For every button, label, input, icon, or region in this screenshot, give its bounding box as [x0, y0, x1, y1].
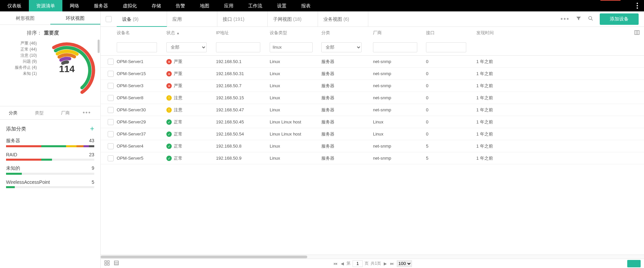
category-item[interactable]: WirelessAccessPoint5: [6, 179, 94, 188]
next-page-icon[interactable]: ▶: [383, 261, 387, 266]
status-icon: !: [166, 107, 172, 113]
nav-item-10[interactable]: 设置: [270, 0, 294, 11]
table-row[interactable]: OPM-Server37✓正常192.168.50.54Linux Linux …: [101, 128, 644, 140]
nav-item-2[interactable]: 网络: [62, 0, 87, 11]
search-icon[interactable]: [588, 15, 594, 22]
sort-value[interactable]: 重要度: [44, 30, 59, 36]
cell-type: Linux: [270, 156, 321, 161]
content-tab-4[interactable]: 业务视图 (6): [318, 11, 368, 27]
table-row[interactable]: OPM-Server8!注意192.168.50.15Linux服务器net-s…: [101, 92, 644, 104]
content-tab-3[interactable]: 子网视图 (18): [268, 11, 318, 27]
row-checkbox[interactable]: [105, 143, 117, 149]
filter-name-input[interactable]: [117, 42, 157, 52]
filter-interface-input[interactable]: [426, 42, 466, 52]
footer-action-button[interactable]: [627, 260, 641, 267]
cat-tab-0[interactable]: 分类: [0, 106, 26, 120]
nav-item-5[interactable]: 存储: [144, 0, 168, 11]
select-all-checkbox[interactable]: [101, 16, 117, 22]
row-checkbox[interactable]: [105, 119, 117, 125]
content-tab-1[interactable]: 应用: [167, 11, 217, 27]
nav-item-7[interactable]: 地图: [193, 0, 217, 11]
filter-icon[interactable]: [576, 15, 582, 22]
filter-type-input[interactable]: [270, 42, 313, 52]
cell-ip: 192.168.50.7: [216, 83, 270, 88]
tab-ring-view[interactable]: 环状视图: [50, 11, 101, 24]
grid-view-icon[interactable]: [104, 260, 110, 267]
table-row[interactable]: OPM-Server4✓正常192.168.50.8Linux服务器net-sn…: [101, 140, 644, 152]
content-tab-0[interactable]: 设备 (9): [117, 11, 167, 27]
category-count: 23: [89, 152, 94, 157]
col-device-type[interactable]: 设备类型: [270, 30, 321, 36]
first-page-icon[interactable]: ⏮: [333, 261, 338, 266]
nav-item-9[interactable]: 工作流: [241, 0, 270, 11]
status-donut-chart[interactable]: 114: [37, 39, 97, 99]
more-category-tabs-icon[interactable]: •••: [78, 109, 95, 116]
table-row[interactable]: OPM-Server30!注意192.168.50.47Linux服务器net-…: [101, 104, 644, 116]
cell-status: ✕严重: [166, 83, 216, 89]
add-category-button[interactable]: +: [90, 124, 94, 133]
col-category[interactable]: 分类: [321, 30, 373, 36]
status-icon: ✓: [166, 156, 172, 161]
table-row[interactable]: OPM-Server5✓正常192.168.50.9Linux服务器net-sn…: [101, 152, 644, 164]
table-row[interactable]: OPM-Server29✓正常192.168.50.45Linux Linux …: [101, 116, 644, 128]
filter-vendor-input[interactable]: [373, 42, 417, 52]
more-actions-icon[interactable]: •••: [560, 15, 570, 23]
category-item[interactable]: RAID23: [6, 152, 94, 161]
status-icon: ✓: [166, 144, 172, 149]
legend-item[interactable]: 严重 (46): [3, 40, 37, 46]
col-vendor[interactable]: 厂商: [373, 30, 426, 36]
table-row[interactable]: OPM-Server3✕严重192.168.50.7Linux服务器net-sn…: [101, 80, 644, 92]
row-checkbox[interactable]: [105, 59, 117, 65]
col-status[interactable]: 状态 ▲: [166, 30, 216, 36]
legend-item[interactable]: 未知 (1): [3, 70, 37, 76]
nav-item-3[interactable]: 服务器: [87, 0, 115, 11]
nav-item-6[interactable]: 告警: [168, 0, 193, 11]
col-device-name[interactable]: 设备名: [117, 30, 166, 36]
col-interfaces[interactable]: 接口: [426, 30, 476, 36]
row-checkbox[interactable]: [105, 83, 117, 89]
prev-page-icon[interactable]: ◀: [340, 261, 344, 266]
table-row[interactable]: OPM-Server15✕严重192.168.50.31Linux服务器net-…: [101, 68, 644, 80]
filter-category-select[interactable]: 全部: [321, 42, 362, 52]
horizontal-scrollbar[interactable]: [101, 255, 644, 259]
col-discovery-time[interactable]: 发现时间: [476, 30, 523, 36]
category-item[interactable]: 服务器43: [6, 138, 94, 147]
legend-item[interactable]: 注意 (10): [3, 52, 37, 58]
list-view-icon[interactable]: [113, 260, 119, 267]
nav-item-8[interactable]: 应用: [217, 0, 241, 11]
col-ip[interactable]: IP地址: [216, 30, 270, 36]
cell-interfaces: 0: [426, 83, 476, 88]
last-page-icon[interactable]: ⏭: [389, 261, 395, 266]
filter-ip-input[interactable]: [216, 42, 260, 52]
cat-tab-2[interactable]: 厂商: [52, 106, 78, 120]
legend-item[interactable]: 正常 (44): [3, 46, 37, 52]
row-checkbox[interactable]: [105, 107, 117, 113]
legend-item[interactable]: 问题 (9): [3, 58, 37, 64]
sidebar-scrollbar[interactable]: [98, 40, 100, 53]
legend-item[interactable]: 服务停止 (4): [3, 64, 37, 70]
cell-category: 服务器: [321, 71, 373, 77]
cat-tab-1[interactable]: 类型: [26, 106, 52, 120]
cell-vendor: net-snmp: [373, 83, 426, 88]
row-checkbox[interactable]: [105, 71, 117, 77]
filter-status-select[interactable]: 全部: [166, 42, 207, 52]
row-checkbox[interactable]: [105, 95, 117, 101]
page-input[interactable]: [353, 260, 363, 267]
cell-ip: 192.168.50.15: [216, 95, 270, 100]
nav-item-11[interactable]: 报表: [294, 0, 318, 11]
tab-tree-view[interactable]: 树形视图: [0, 11, 50, 24]
cell-vendor: net-snmp: [373, 71, 426, 76]
nav-item-0[interactable]: 仪表板: [0, 0, 29, 11]
row-checkbox[interactable]: [105, 131, 117, 137]
category-item[interactable]: 未知的9: [6, 165, 94, 175]
table-row[interactable]: OPM-Server1✕严重192.168.50.1Linux服务器net-sn…: [101, 56, 644, 68]
content-tab-2[interactable]: 接口 (191): [217, 11, 268, 27]
add-device-button[interactable]: 添加设备: [600, 13, 639, 25]
nav-item-4[interactable]: 虚拟化: [115, 0, 144, 11]
nav-item-1[interactable]: 资源清单: [29, 0, 62, 11]
cell-name: OPM-Server30: [117, 107, 166, 112]
kebab-menu-icon[interactable]: [637, 0, 638, 11]
row-checkbox[interactable]: [105, 155, 117, 161]
per-page-select[interactable]: 100: [397, 260, 412, 267]
column-settings-icon[interactable]: [634, 30, 640, 37]
